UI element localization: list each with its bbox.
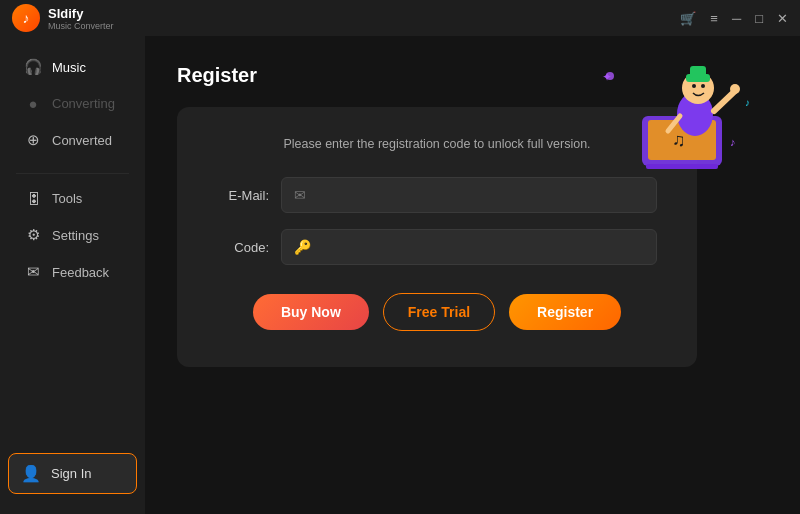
sign-in-button[interactable]: 👤 Sign In: [8, 453, 137, 494]
code-row: Code: 🔑: [217, 229, 657, 265]
svg-text:✦: ✦: [602, 70, 612, 84]
sidebar-item-label: Converted: [52, 133, 112, 148]
headphone-icon: 🎧: [24, 58, 42, 76]
converting-icon: ●: [24, 95, 42, 112]
sidebar-item-label: Feedback: [52, 265, 109, 280]
sidebar-item-label: Converting: [52, 96, 115, 111]
app-title-block: SIdify Music Converter: [48, 6, 114, 31]
sidebar-bottom: 👤 Sign In: [0, 445, 145, 502]
settings-icon: ⚙: [24, 226, 42, 244]
maximize-icon[interactable]: □: [755, 11, 763, 26]
converted-icon: ⊕: [24, 131, 42, 149]
sidebar-divider: [16, 173, 129, 174]
email-label: E-Mail:: [217, 188, 269, 203]
key-icon: 🔑: [294, 239, 311, 255]
buy-now-button[interactable]: Buy Now: [253, 294, 369, 330]
minimize-icon[interactable]: ─: [732, 11, 741, 26]
content-area: Register ✦ ♪ ♪ ♫: [145, 36, 800, 514]
app-subtitle: Music Converter: [48, 21, 114, 31]
app-name: SIdify: [48, 6, 114, 21]
svg-text:♫: ♫: [672, 130, 686, 150]
svg-rect-11: [690, 66, 706, 78]
sidebar-item-converted[interactable]: ⊕ Converted: [8, 122, 137, 158]
sign-in-label: Sign In: [51, 466, 91, 481]
sidebar-item-feedback[interactable]: ✉ Feedback: [8, 254, 137, 290]
menu-icon[interactable]: ≡: [710, 11, 718, 26]
feedback-icon: ✉: [24, 263, 42, 281]
main-layout: 🎧 Music ● Converting ⊕ Converted 🎛 Tools…: [0, 36, 800, 514]
sidebar-item-label: Music: [52, 60, 86, 75]
sidebar: 🎧 Music ● Converting ⊕ Converted 🎛 Tools…: [0, 36, 145, 514]
svg-line-14: [714, 91, 735, 111]
svg-rect-7: [646, 164, 718, 169]
free-trial-button[interactable]: Free Trial: [383, 293, 495, 331]
sidebar-item-label: Settings: [52, 228, 99, 243]
code-input-wrapper: 🔑: [281, 229, 657, 265]
svg-text:♪: ♪: [745, 97, 750, 108]
svg-point-13: [701, 84, 705, 88]
titlebar: ♪ SIdify Music Converter 🛒 ≡ ─ □ ✕: [0, 0, 800, 36]
form-buttons: Buy Now Free Trial Register: [217, 293, 657, 331]
register-button[interactable]: Register: [509, 294, 621, 330]
sidebar-item-settings[interactable]: ⚙ Settings: [8, 217, 137, 253]
email-input[interactable]: [314, 188, 644, 203]
sidebar-item-label: Tools: [52, 191, 82, 206]
svg-point-15: [730, 84, 740, 94]
svg-text:♪: ♪: [730, 136, 736, 148]
email-icon: ✉: [294, 187, 306, 203]
sidebar-tools-section: 🎛 Tools ⚙ Settings ✉ Feedback: [0, 180, 145, 291]
titlebar-controls: 🛒 ≡ ─ □ ✕: [680, 11, 788, 26]
svg-point-12: [692, 84, 696, 88]
close-icon[interactable]: ✕: [777, 11, 788, 26]
cart-icon[interactable]: 🛒: [680, 11, 696, 26]
code-input[interactable]: [319, 240, 644, 255]
sidebar-item-converting: ● Converting: [8, 86, 137, 121]
tools-icon: 🎛: [24, 190, 42, 207]
code-label: Code:: [217, 240, 269, 255]
sign-in-icon: 👤: [21, 464, 41, 483]
illustration: ✦ ♪ ♪ ♫: [590, 46, 770, 186]
sidebar-item-tools[interactable]: 🎛 Tools: [8, 181, 137, 216]
titlebar-left: ♪ SIdify Music Converter: [12, 4, 114, 32]
sidebar-item-music[interactable]: 🎧 Music: [8, 49, 137, 85]
app-logo: ♪: [12, 4, 40, 32]
sidebar-media-section: 🎧 Music ● Converting ⊕ Converted: [0, 48, 145, 159]
